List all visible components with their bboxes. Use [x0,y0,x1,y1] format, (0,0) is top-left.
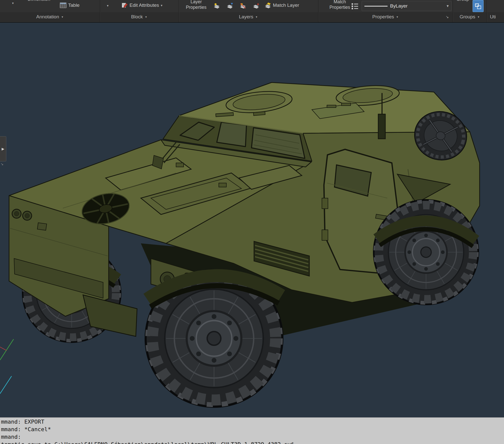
panel-separator [318,0,319,22]
panel-separator [179,0,179,22]
table-grid-icon [60,2,66,9]
chevron-down-icon[interactable]: ▾ [12,2,14,5]
panel-separator [453,0,453,22]
chevron-down-icon: ▼ [145,16,147,18]
layer-properties-label-1: Layer [182,0,211,5]
layer-on-icon [214,3,220,9]
viewport-3d-canvas[interactable]: ▶ ↘ [0,22,504,417]
chevron-down-icon: ▼ [396,16,399,18]
layer-off-icon [253,3,259,9]
panel-layers[interactable]: Layers▼ [179,12,318,22]
panel-groups[interactable]: Groups▼ [453,12,487,22]
vehicle-3d-model [0,22,504,417]
chevron-down-icon[interactable]: ▾ [161,4,162,7]
panel-separator [487,0,487,22]
linetype-preview-line [364,6,388,7]
linetype-list-button[interactable] [350,1,360,11]
panel-utilities-label: Uti [490,14,496,20]
ucs-axis-lines [0,339,14,394]
group-partial-label: Group [456,0,469,2]
panel-properties[interactable]: Properties▼ [318,12,453,22]
command-autosave-line: tomatic save to C:\Users\SALERNO Sébasti… [1,441,504,444]
panel-annotation[interactable]: Annotation▼ [0,12,100,22]
panel-annotation-label: Annotation [36,14,59,20]
ribbon-panel-row: Annotation▼ Block▼ Layers▼ Properties▼ ↘… [0,12,504,22]
dialog-launcher-icon[interactable]: ↘ [446,15,449,19]
panel-block-label: Block [131,14,143,20]
layer-properties-button[interactable]: Layer Properties [182,0,211,10]
edit-attributes-label: Edit Attributes [130,3,159,8]
panel-properties-label: Properties [372,14,394,20]
match-layer-icon [265,2,271,9]
layer-isolate-button[interactable] [237,1,248,11]
panel-block[interactable]: Block▼ [100,12,179,22]
group-icon [475,3,482,10]
linetype-list-icon [351,2,359,10]
chevron-down-icon[interactable]: ▾ [447,4,449,8]
chevron-down-icon[interactable]: ▾ [107,4,109,7]
ribbon: Dimension ▾ Table ▾ Edit Attributes [0,0,504,23]
table-button[interactable]: Table [60,2,79,9]
layer-properties-label-2: Properties [182,5,211,10]
linetype-value: ByLayer [390,3,408,9]
group-button[interactable] [473,0,484,12]
dimension-partial-label: Dimension [28,0,50,2]
layer-off-button[interactable] [250,1,262,11]
match-layer-button[interactable]: Match Layer [265,2,299,9]
panel-layers-label: Layers [239,14,253,20]
flyout-arrow-icon: ▶ [2,147,5,151]
panel-groups-label: Groups [459,14,475,20]
table-button-label: Table [68,3,79,8]
edit-attributes-icon [121,2,128,9]
command-prompt-line[interactable]: mmand: [1,433,504,441]
chevron-down-icon: ▼ [61,16,64,18]
edit-attributes-button[interactable]: Edit Attributes ▾ [121,2,162,9]
layer-freeze-button[interactable] [224,1,235,11]
layer-on-button[interactable] [211,1,222,11]
command-history-line: mmand: EXPORT [1,418,504,426]
layer-isolate-icon [240,3,246,9]
ribbon-tool-row: Dimension ▾ Table ▾ Edit Attributes [0,0,504,12]
panel-separator [100,0,101,22]
command-history-line: mmand: *Cancel* [1,426,504,433]
panel-utilities[interactable]: Uti [490,12,504,22]
linetype-selector[interactable]: ByLayer ▾ [362,1,451,11]
match-layer-label: Match Layer [273,3,299,8]
sidebar-flyout-tab[interactable]: ▶ [0,136,6,161]
chevron-down-icon: ▼ [477,16,480,18]
layer-freeze-icon [227,3,233,9]
flyout-corner-icon[interactable]: ↘ [1,162,4,166]
command-line-panel[interactable]: mmand: EXPORT mmand: *Cancel* mmand: tom… [0,417,504,444]
chevron-down-icon: ▼ [255,16,258,18]
